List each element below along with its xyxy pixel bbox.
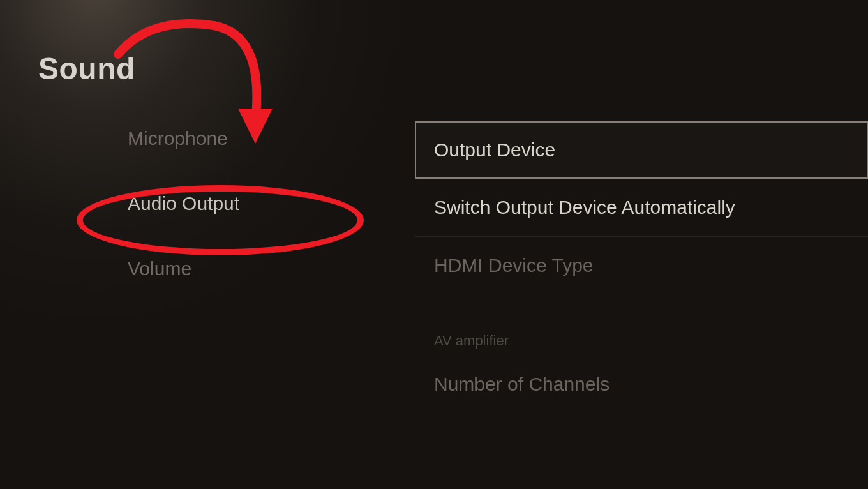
sidebar-item-label: Microphone [128, 128, 228, 149]
sidebar-item-audio-output[interactable]: Audio Output [128, 193, 239, 214]
content-item-switch-output-auto[interactable]: Switch Output Device Automatically [415, 179, 868, 237]
sidebar: Microphone Audio Output Volume [128, 128, 239, 280]
page-title: Sound [38, 51, 135, 86]
content-item-hdmi-device-type[interactable]: HDMI Device Type [415, 237, 868, 294]
sidebar-item-label: Volume [128, 258, 191, 279]
section-label-av-amplifier: AV amplifier [415, 294, 868, 356]
content-item-label: Number of Channels [434, 373, 610, 395]
content-item-label: Output Device [434, 139, 555, 160]
sidebar-item-microphone[interactable]: Microphone [128, 128, 239, 149]
sidebar-item-volume[interactable]: Volume [128, 258, 239, 280]
content-item-output-device[interactable]: Output Device [415, 121, 868, 179]
content-item-label: Switch Output Device Automatically [434, 197, 735, 218]
content-item-label: HDMI Device Type [434, 255, 594, 276]
svg-marker-0 [238, 109, 273, 144]
content-item-number-of-channels[interactable]: Number of Channels [415, 356, 868, 413]
content-panel: Output Device Switch Output Device Autom… [415, 121, 868, 413]
sidebar-item-label: Audio Output [128, 193, 239, 214]
